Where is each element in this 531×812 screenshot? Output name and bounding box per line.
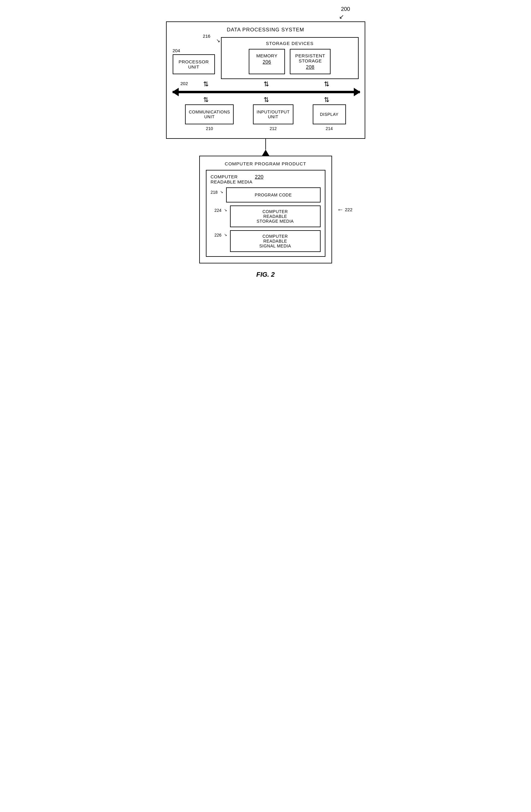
display-col: DISPLAY 214	[313, 104, 346, 131]
display-box: DISPLAY	[313, 104, 346, 124]
ps-vert-arrow: ⇅	[324, 81, 329, 87]
cpp-title: COMPUTER PROGRAM PRODUCT	[206, 161, 326, 166]
processor-box: PROCESSORUNIT	[173, 54, 215, 74]
label-204: 204	[173, 48, 180, 53]
bus-arrow-right	[354, 88, 360, 96]
bottom-boxes-row: COMMUNICATIONSUNIT 210 INPUT/OUTPUTUNIT …	[173, 104, 359, 131]
io-vert-arrow: ⇅	[263, 97, 269, 103]
arrow-216: ↘	[216, 38, 220, 43]
crm-title: COMPUTERREADABLE MEDIA	[211, 174, 253, 184]
program-code-label: PROGRAM CODE	[255, 192, 292, 197]
storage-devices-box: STORAGE DEVICES MEMORY 206 PERSISTENTSTO…	[221, 37, 359, 79]
label-200: 200	[341, 6, 350, 12]
label-202: 202	[181, 81, 188, 86]
mem-vert-arrow: ⇅	[263, 81, 269, 87]
crsgm-box: COMPUTERREADABLESIGNAL MEDIA	[230, 230, 320, 252]
crsm-row: 224 ↘ COMPUTERREADABLESTORAGE MEDIA	[211, 205, 320, 227]
cpp-box: COMPUTER PROGRAM PRODUCT ← 222 COMPUTERR…	[199, 156, 332, 263]
dps-box: DATA PROCESSING SYSTEM 204 PROCESSORUNIT…	[166, 21, 365, 139]
arrow-224: ↘	[224, 208, 227, 212]
proc-vert-arrow: ⇅	[203, 81, 209, 87]
crsgm-row: 226 ↘ COMPUTERREADABLESIGNAL MEDIA	[211, 230, 320, 252]
crm-header-row: COMPUTERREADABLE MEDIA 220	[211, 174, 320, 184]
crm-box: COMPUTERREADABLE MEDIA 220 218 ↘ PROGRAM…	[206, 170, 326, 257]
crm-num: 220	[255, 174, 263, 180]
fig-label: FIG. 2	[256, 271, 275, 278]
label-218: 218	[211, 190, 218, 194]
storage-devices-row: MEMORY 206 PERSISTENTSTORAGE 208	[226, 49, 354, 74]
display-label: DISPLAY	[320, 112, 339, 117]
comm-col: COMMUNICATIONSUNIT 210	[185, 104, 234, 131]
label-224: 224	[211, 208, 221, 213]
comm-unit-num: 210	[206, 126, 213, 131]
label-222: 222	[345, 207, 352, 212]
comm-vert-arrow: ⇅	[203, 97, 209, 103]
storage-devices-title: STORAGE DEVICES	[226, 41, 354, 46]
connector-arrow-up	[262, 150, 269, 156]
diagram-container: 200 ↙ DATA PROCESSING SYSTEM 204 PROCESS…	[160, 6, 371, 278]
io-unit-box: INPUT/OUTPUTUNIT	[253, 104, 293, 124]
connector-section	[262, 139, 269, 156]
program-code-row: 218 ↘ PROGRAM CODE	[211, 187, 320, 202]
label-216: 216	[203, 33, 211, 39]
crsm-label: COMPUTERREADABLESTORAGE MEDIA	[257, 209, 294, 223]
bus-bar-container: 202	[173, 87, 360, 97]
processor-col: 204 PROCESSORUNIT	[173, 48, 215, 74]
persistent-num: 208	[295, 64, 325, 70]
program-code-box: PROGRAM CODE	[226, 187, 320, 202]
memory-box: MEMORY 206	[249, 49, 285, 74]
crsgm-label: COMPUTERREADABLESIGNAL MEDIA	[259, 234, 291, 248]
vert-arrows-top-row: ⇅ ⇅ ⇅	[173, 81, 360, 87]
arrow-200: ↙	[339, 13, 344, 20]
processor-label: PROCESSORUNIT	[179, 59, 209, 69]
memory-label: MEMORY	[256, 53, 277, 58]
label-222-container: ← 222	[337, 206, 352, 214]
comm-unit-box: COMMUNICATIONSUNIT	[185, 104, 234, 124]
disp-vert-arrow: ⇅	[324, 97, 329, 103]
comm-unit-label: COMMUNICATIONSUNIT	[189, 110, 230, 119]
dps-title: DATA PROCESSING SYSTEM	[173, 27, 359, 33]
vert-arrows-bottom-row: ⇅ ⇅ ⇅	[173, 97, 360, 103]
arrow-222: ←	[337, 206, 344, 214]
persistent-label: PERSISTENTSTORAGE	[295, 53, 325, 63]
bus-bar	[173, 91, 360, 93]
connector-line	[266, 139, 266, 150]
top-section: 204 PROCESSORUNIT 216 ↘ STORAGE DEVICES …	[173, 37, 359, 79]
arrow-226: ↘	[224, 233, 227, 237]
io-col: INPUT/OUTPUTUNIT 212	[253, 104, 293, 131]
io-unit-num: 212	[270, 126, 276, 131]
bus-section: 202	[173, 87, 360, 97]
display-num: 214	[326, 126, 333, 131]
persistent-storage-box: PERSISTENTSTORAGE 208	[290, 49, 331, 74]
crsm-box: COMPUTERREADABLESTORAGE MEDIA	[230, 205, 320, 227]
label-226: 226	[211, 233, 221, 237]
arrow-218: ↘	[220, 190, 223, 194]
io-unit-label: INPUT/OUTPUTUNIT	[257, 110, 289, 119]
memory-num: 206	[254, 59, 279, 65]
